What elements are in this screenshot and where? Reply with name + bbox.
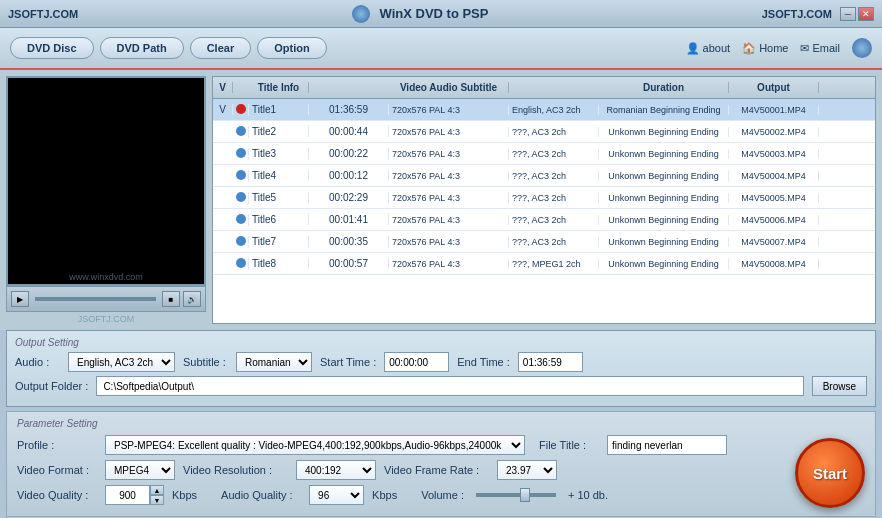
search-icon[interactable] — [852, 38, 872, 58]
table-row[interactable]: Title4 00:00:12 720x576 PAL 4:3 ???, AC3… — [213, 165, 875, 187]
video-res-select[interactable]: 400:192 — [296, 460, 376, 480]
stepper-up-button[interactable]: ▲ — [150, 485, 164, 495]
row-chapters: Unkonwn Beginning Ending — [599, 127, 729, 137]
row-audio: ???, AC3 2ch — [509, 215, 599, 225]
col-v: V — [213, 82, 233, 93]
table-header: V Title Info Video Audio Subtitle Durati… — [213, 77, 875, 99]
main-content: www.winxdvd.com ▶ ■ 🔊 JSOFTJ.COM V Title… — [0, 70, 882, 330]
param-row-profile: Profile : PSP-MPEG4: Excellent quality :… — [17, 435, 865, 455]
audio-select[interactable]: English, AC3 2ch — [68, 352, 175, 372]
top-bar-right: 👤 about 🏠 Home ✉ Email — [686, 38, 872, 58]
row-title: Title5 — [249, 192, 309, 203]
app-logo-icon — [352, 5, 370, 23]
video-format-select[interactable]: MPEG4 — [105, 460, 175, 480]
video-screen: www.winxdvd.com — [6, 76, 206, 286]
minimize-button[interactable]: ─ — [840, 7, 856, 21]
row-time: 00:01:41 — [309, 214, 389, 225]
table-row[interactable]: Title8 00:00:57 720x576 PAL 4:3 ???, MPE… — [213, 253, 875, 275]
row-output: M4V50003.MP4 — [729, 149, 819, 159]
start-button[interactable]: Start — [795, 438, 865, 508]
row-title: Title1 — [249, 104, 309, 115]
video-kbps-label: Kbps — [172, 489, 197, 501]
row-output: M4V50006.MP4 — [729, 215, 819, 225]
title-table: V Title Info Video Audio Subtitle Durati… — [212, 76, 876, 324]
video-frame-select[interactable]: 23.97 — [497, 460, 557, 480]
row-res: 720x576 PAL 4:3 — [389, 259, 509, 269]
table-row[interactable]: Title3 00:00:22 720x576 PAL 4:3 ???, AC3… — [213, 143, 875, 165]
clear-button[interactable]: Clear — [190, 37, 252, 59]
start-time-input[interactable] — [384, 352, 449, 372]
row-chapters: Unkonwn Beginning Ending — [599, 193, 729, 203]
row-dot — [233, 214, 249, 226]
brand-right: JSOFTJ.COM — [762, 8, 832, 20]
video-res-label: Video Resolution : — [183, 464, 288, 476]
param-title: Parameter Setting — [17, 418, 865, 429]
row-time: 01:36:59 — [309, 104, 389, 115]
row-audio: English, AC3 2ch — [509, 105, 599, 115]
row-dot — [233, 192, 249, 204]
subtitle-select[interactable]: Romanian — [236, 352, 312, 372]
table-row[interactable]: V Title1 01:36:59 720x576 PAL 4:3 Englis… — [213, 99, 875, 121]
row-time: 00:00:35 — [309, 236, 389, 247]
start-time-label: Start Time : — [320, 356, 376, 368]
row-chapters: Unkonwn Beginning Ending — [599, 259, 729, 269]
video-watermark: www.winxdvd.com — [69, 272, 143, 282]
col-video-audio: Video Audio Subtitle — [389, 82, 509, 93]
row-output: M4V50005.MP4 — [729, 193, 819, 203]
row-title: Title7 — [249, 236, 309, 247]
col-output: Output — [729, 82, 819, 93]
table-row[interactable]: Title5 00:02:29 720x576 PAL 4:3 ???, AC3… — [213, 187, 875, 209]
preview-watermark: JSOFTJ.COM — [6, 314, 206, 324]
row-audio: ???, AC3 2ch — [509, 171, 599, 181]
dvd-path-button[interactable]: DVD Path — [100, 37, 184, 59]
close-button[interactable]: ✕ — [858, 7, 874, 21]
dvd-disc-button[interactable]: DVD Disc — [10, 37, 94, 59]
progress-slider[interactable] — [35, 297, 156, 301]
row-audio: ???, AC3 2ch — [509, 237, 599, 247]
stepper-buttons: ▲ ▼ — [150, 485, 164, 505]
app-title: WinX DVD to PSP — [380, 6, 489, 21]
row-dot — [233, 148, 249, 160]
row-output: M4V50004.MP4 — [729, 171, 819, 181]
table-row[interactable]: Title7 00:00:35 720x576 PAL 4:3 ???, AC3… — [213, 231, 875, 253]
video-quality-input[interactable] — [105, 485, 150, 505]
top-bar: DVD Disc DVD Path Clear Option 👤 about 🏠… — [0, 28, 882, 70]
profile-select[interactable]: PSP-MPEG4: Excellent quality : Video-MPE… — [105, 435, 525, 455]
row-title: Title3 — [249, 148, 309, 159]
video-quality-label: Video Quality : — [17, 489, 97, 501]
audio-quality-select[interactable]: 96 — [309, 485, 364, 505]
home-link[interactable]: 🏠 Home — [742, 42, 788, 55]
row-title: Title8 — [249, 258, 309, 269]
row-time: 00:00:12 — [309, 170, 389, 181]
row-output: M4V50002.MP4 — [729, 127, 819, 137]
col-chapters: Duration — [599, 82, 729, 93]
row-res: 720x576 PAL 4:3 — [389, 149, 509, 159]
option-button[interactable]: Option — [257, 37, 326, 59]
param-row-video: Video Format : MPEG4 Video Resolution : … — [17, 460, 865, 480]
video-quality-stepper: ▲ ▼ — [105, 485, 164, 505]
browse-button[interactable]: Browse — [812, 376, 867, 396]
row-chapters: Romanian Beginning Ending — [599, 105, 729, 115]
row-chapters: Unkonwn Beginning Ending — [599, 149, 729, 159]
param-row-quality: Video Quality : ▲ ▼ Kbps Audio Quality :… — [17, 485, 865, 505]
table-row[interactable]: Title6 00:01:41 720x576 PAL 4:3 ???, AC3… — [213, 209, 875, 231]
stop-button[interactable]: ■ — [162, 291, 180, 307]
title-bar-center: WinX DVD to PSP — [352, 5, 489, 23]
email-link[interactable]: ✉ Email — [800, 42, 840, 55]
about-link[interactable]: 👤 about — [686, 42, 731, 55]
play-button[interactable]: ▶ — [11, 291, 29, 307]
row-res: 720x576 PAL 4:3 — [389, 171, 509, 181]
folder-input[interactable] — [96, 376, 803, 396]
speaker-icon[interactable]: 🔊 — [183, 291, 201, 307]
volume-thumb[interactable] — [520, 488, 530, 502]
video-format-label: Video Format : — [17, 464, 97, 476]
row-time: 00:02:29 — [309, 192, 389, 203]
file-title-input[interactable] — [607, 435, 727, 455]
end-time-input[interactable] — [518, 352, 583, 372]
folder-label: Output Folder : — [15, 380, 88, 392]
volume-slider[interactable] — [476, 493, 556, 497]
table-row[interactable]: Title2 00:00:44 720x576 PAL 4:3 ???, AC3… — [213, 121, 875, 143]
stepper-down-button[interactable]: ▼ — [150, 495, 164, 505]
row-dot — [233, 126, 249, 138]
row-dot — [233, 258, 249, 270]
